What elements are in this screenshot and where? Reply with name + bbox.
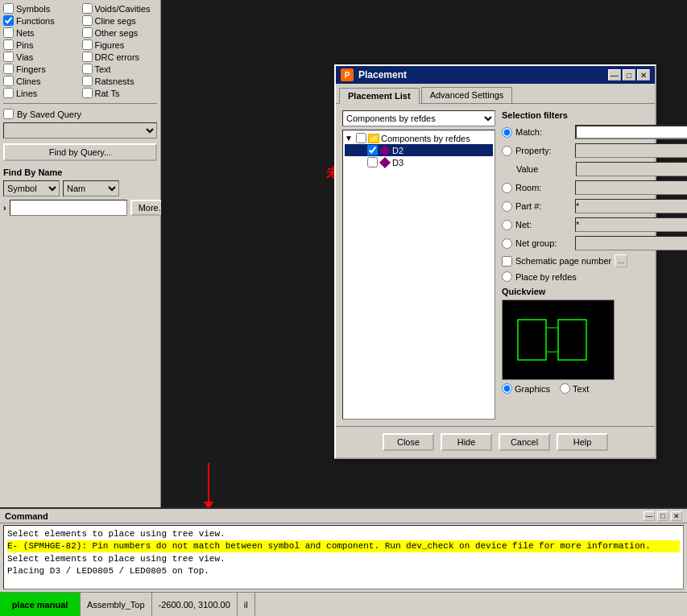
checkbox-nets[interactable]: Nets <box>3 27 79 38</box>
tree-item-d3[interactable]: D3 <box>345 156 493 168</box>
checkbox-cline-segs[interactable]: Cline segs <box>82 15 158 26</box>
quickview-section: Quickview Graphics <box>502 287 687 394</box>
close-dialog-button[interactable]: Close <box>383 433 434 451</box>
property-label: Property: <box>515 146 572 155</box>
match-label: Match: <box>515 127 572 137</box>
command-maximize[interactable]: □ <box>657 511 668 521</box>
checkbox-fingers[interactable]: Fingers <box>3 64 79 74</box>
net-group-radio[interactable] <box>502 238 512 249</box>
tab-advanced-settings[interactable]: Advanced Settings <box>421 87 513 103</box>
checkbox-pins[interactable]: Pins <box>3 39 79 50</box>
text-label: Text <box>573 384 589 394</box>
graphics-radio-item[interactable]: Graphics <box>502 383 550 394</box>
cancel-button[interactable]: Cancel <box>499 433 550 451</box>
tree-d3-checkbox[interactable] <box>367 157 378 167</box>
match-input[interactable] <box>575 125 687 139</box>
tree-item-root[interactable]: ▼ 📁 Components by refdes <box>345 132 493 144</box>
value-dropdown[interactable] <box>576 162 687 176</box>
expand-icon: ▼ <box>345 134 354 143</box>
place-by-refdes-radio[interactable] <box>502 271 512 282</box>
find-name-dropdowns: Symbol Nam <box>3 180 157 196</box>
checkbox-ratsnests[interactable]: Ratsnests <box>82 76 158 86</box>
checkbox-other-segs[interactable]: Other segs <box>82 27 158 38</box>
saved-query-dropdown[interactable] <box>3 122 157 138</box>
tree-dropdown[interactable]: Components by refdes <box>342 110 495 126</box>
symbol-dropdown[interactable]: Symbol <box>3 180 60 196</box>
tree-panel: Components by refdes ▼ 📁 Components by r… <box>342 110 495 420</box>
status-extra: il <box>238 593 255 616</box>
close-button[interactable]: ✕ <box>637 69 650 81</box>
checkbox-symbols[interactable]: Symbols <box>3 3 79 14</box>
command-line-3: Select elements to place using tree view… <box>7 553 680 564</box>
schematic-btn[interactable]: … <box>615 254 627 267</box>
part-label: Part #: <box>515 201 572 211</box>
command-close[interactable]: ✕ <box>671 511 682 521</box>
checkbox-text[interactable]: Text <box>82 64 158 74</box>
tree-d2-checkbox[interactable] <box>367 145 378 155</box>
maximize-button[interactable]: □ <box>623 69 635 81</box>
checkbox-figures[interactable]: Figures <box>82 39 158 50</box>
part-row: Part #: … <box>502 199 687 213</box>
help-button[interactable]: Help <box>557 433 608 451</box>
tab-placement-list[interactable]: Placement List <box>339 88 420 104</box>
hide-button[interactable]: Hide <box>441 433 492 451</box>
dialog-body: Components by refdes ▼ 📁 Components by r… <box>336 104 655 426</box>
text-radio[interactable] <box>560 383 570 394</box>
saved-query-dropdown-row <box>3 122 157 138</box>
place-by-refdes-row: Place by refdes <box>502 271 687 282</box>
placement-dialog: P Placement — □ ✕ Placement List Advance… <box>334 64 656 459</box>
svg-rect-1 <box>558 320 586 360</box>
schematic-label: Schematic page number <box>515 256 611 266</box>
status-bar: place manual Assembly_Top -2600.00, 3100… <box>0 592 687 616</box>
dialog-title-text: Placement <box>358 69 407 81</box>
tree-root-label: Components by refdes <box>381 134 470 143</box>
room-radio[interactable] <box>502 183 512 193</box>
net-group-input[interactable] <box>575 236 687 250</box>
command-text-area[interactable]: Select elements to place using tree view… <box>3 525 684 589</box>
by-saved-query-row[interactable]: By Saved Query <box>3 109 157 119</box>
quickview-radio-row: Graphics Text <box>502 383 687 394</box>
dialog-titlebar: P Placement — □ ✕ <box>336 66 655 84</box>
divider-1 <box>3 103 157 104</box>
value-row: Value <box>502 162 687 176</box>
part-input[interactable] <box>575 199 687 213</box>
quickview-svg <box>510 308 606 372</box>
checkbox-voids[interactable]: Voids/Cavities <box>82 3 158 14</box>
net-radio[interactable] <box>502 220 512 230</box>
graphics-label: Graphics <box>515 384 550 394</box>
command-line-1: Select elements to place using tree view… <box>7 528 680 540</box>
checkbox-clines[interactable]: Clines <box>3 76 79 86</box>
tree-item-d2[interactable]: D2 <box>345 144 493 156</box>
checkbox-drc-errors[interactable]: DRC errors <box>82 52 158 62</box>
svg-rect-0 <box>518 320 546 360</box>
diamond-icon-d2 <box>379 144 391 155</box>
match-radio[interactable] <box>502 127 512 138</box>
schematic-checkbox[interactable] <box>502 256 512 267</box>
name-dropdown[interactable]: Nam <box>63 180 119 196</box>
command-minimize[interactable]: — <box>644 511 655 521</box>
property-dropdown[interactable] <box>575 143 687 158</box>
property-radio[interactable] <box>502 146 512 156</box>
net-input[interactable] <box>575 217 687 232</box>
quickview-label: Quickview <box>502 287 687 296</box>
status-coordinates: -2600.00, 3100.00 <box>152 593 238 616</box>
tree-root-checkbox[interactable] <box>356 133 366 143</box>
minimize-button[interactable]: — <box>608 69 621 81</box>
search-input[interactable] <box>10 200 127 216</box>
room-dropdown[interactable] <box>575 180 687 195</box>
property-row: Property: <box>502 143 687 158</box>
checkbox-grid: Symbols Voids/Cavities Functions Cline s… <box>3 3 157 98</box>
checkbox-lines[interactable]: Lines <box>3 88 79 98</box>
checkbox-functions[interactable]: Functions <box>3 15 79 26</box>
find-by-query-button[interactable]: Find by Query... <box>3 143 157 161</box>
tree-area[interactable]: ▼ 📁 Components by refdes D2 <box>342 130 495 420</box>
folder-icon: 📁 <box>368 134 379 143</box>
checkbox-rat-ts[interactable]: Rat Ts <box>82 88 158 98</box>
graphics-radio[interactable] <box>502 383 512 394</box>
by-saved-query-checkbox[interactable] <box>3 109 14 119</box>
checkbox-vias[interactable]: Vias <box>3 52 79 62</box>
status-command: place manual <box>0 593 81 616</box>
part-radio[interactable] <box>502 201 512 212</box>
text-radio-item[interactable]: Text <box>560 383 589 394</box>
search-row: › More... <box>3 200 157 216</box>
